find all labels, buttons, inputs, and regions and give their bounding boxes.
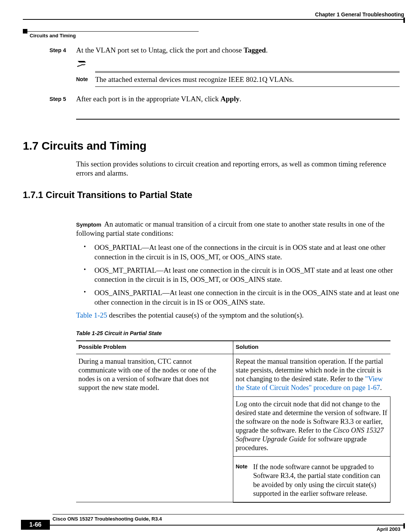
note-block: Note The attached external devices must …	[76, 60, 400, 87]
doc-title: Cisco ONS 15327 Troubleshooting Guide, R…	[53, 516, 404, 522]
col-header-problem: Possible Problem	[76, 341, 233, 354]
col-header-solution: Solution	[233, 341, 390, 354]
bullet-item: OOS_PARTIAL—At least one of the connecti…	[84, 243, 400, 262]
cell-solution-1: Repeat the manual transition operation. …	[233, 354, 390, 397]
section-marker-rule	[27, 31, 199, 32]
table-1-25: Possible Problem Solution During a manua…	[76, 340, 390, 503]
step-5: Step 5 After each port is in the appropr…	[49, 94, 400, 104]
step-body: At the VLAN port set to Untag, click the…	[76, 46, 400, 55]
cell-note-label: Note	[236, 463, 253, 498]
step-post: .	[239, 95, 241, 103]
note-label: Note	[76, 75, 95, 83]
note-rule-mid	[95, 72, 400, 73]
chapter-reference: Chapter 1 General Troubleshooting	[315, 11, 404, 18]
cell-solution-note: Note If the node software cannot be upgr…	[233, 457, 390, 502]
table-caption: Table 1-25 Circuit in Partial State	[76, 330, 400, 337]
step-post: .	[266, 46, 268, 54]
footer-date: April 2003	[377, 526, 400, 532]
step-4: Step 4 At the VLAN port set to Untag, cl…	[49, 46, 400, 55]
section-marker-icon	[23, 29, 27, 34]
cell-solution-2: Log onto the circuit node that did not c…	[233, 396, 390, 457]
table-ref-text: describes the potential cause(s) of the …	[107, 311, 304, 319]
page-content: Step 4 At the VLAN port set to Untag, cl…	[23, 46, 400, 503]
bullet-item: OOS_AINS_PARTIAL—At least one connection…	[84, 288, 400, 307]
pen-icon	[76, 60, 400, 70]
table-header-row: Possible Problem Solution	[76, 341, 390, 354]
step-text: After each port is in the appropriate VL…	[76, 95, 221, 103]
heading-1-7-1: 1.7.1 Circuit Transitions to Partial Sta…	[23, 189, 400, 201]
table-reference: Table 1-25 describes the potential cause…	[76, 311, 400, 320]
table-ref-link[interactable]: Table 1-25	[76, 311, 107, 319]
step-bold: Tagged	[244, 46, 266, 54]
step-bold: Apply	[221, 95, 240, 103]
step-body: After each port is in the appropriate VL…	[76, 94, 400, 104]
step-label: Step 5	[49, 94, 76, 104]
step-text: At the VLAN port set to Untag, click the…	[76, 46, 244, 54]
running-footer: Cisco ONS 15327 Troubleshooting Guide, R…	[23, 514, 404, 522]
symptom-paragraph: Symptom An automatic or manual transitio…	[76, 220, 400, 238]
sol1-post: .	[380, 384, 382, 391]
step-label: Step 4	[49, 46, 76, 55]
table-row: During a manual transition, CTC cannot c…	[76, 354, 390, 397]
section-end-rule	[76, 119, 400, 120]
note-rule-bottom	[95, 86, 400, 87]
note-text: The attached external devices must recog…	[95, 75, 400, 84]
cell-problem: During a manual transition, CTC cannot c…	[76, 354, 233, 502]
page-number: 1-66	[21, 520, 50, 530]
sol1-pre: Repeat the manual transition operation. …	[236, 358, 383, 383]
footer-rule-thin	[53, 514, 404, 514]
bullet-item: OOS_MT_PARTIAL—At least one connection i…	[84, 266, 400, 284]
cell-note-text: If the node software cannot be upgraded …	[253, 463, 388, 498]
bullet-list: OOS_PARTIAL—At least one of the connecti…	[84, 243, 400, 307]
header-rule	[23, 19, 404, 20]
symptom-text: An automatic or manual transition of a c…	[76, 220, 384, 237]
note-rule-top	[95, 71, 400, 72]
section-intro: This section provides solutions to circu…	[76, 160, 400, 178]
section-label: Circuits and Timing	[30, 33, 76, 39]
symptom-label: Symptom	[76, 222, 101, 228]
heading-1-7: 1.7 Circuits and Timing	[23, 139, 400, 153]
footer-rule-thick	[50, 525, 404, 526]
